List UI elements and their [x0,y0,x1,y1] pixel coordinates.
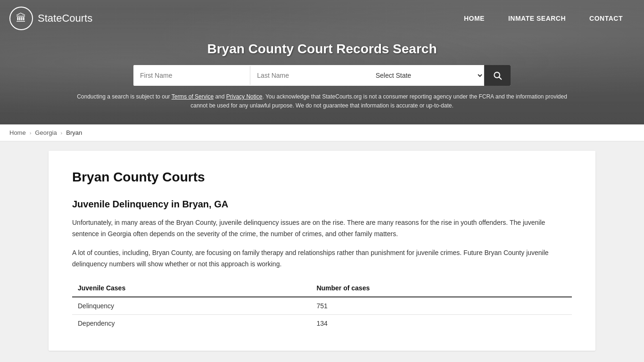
disclaimer-text: Conducting a search is subject to our Te… [63,92,581,117]
breadcrumb-home[interactable]: Home [9,129,26,136]
main-content-wrapper: Bryan County Courts Juvenile Delinquency… [0,151,644,350]
state-select[interactable]: Select State Alabama Alaska Arizona Arka… [367,66,484,85]
svg-line-1 [499,77,502,80]
logo-text: StateCourts [38,12,92,25]
table-body: Delinquency751Dependency134 [72,297,572,332]
breadcrumb-county: Bryan [66,129,82,136]
search-area: Bryan County Court Records Search Select… [0,37,644,124]
case-label: Delinquency [72,297,311,315]
search-icon [493,71,502,80]
nav-contact[interactable]: CONTACT [578,0,635,37]
juvenile-cases-table: Juvenile Cases Number of cases Delinquen… [72,280,572,332]
breadcrumb: Home › Georgia › Bryan [0,124,644,141]
paragraph-1: Unfortunately, in many areas of the Brya… [72,217,572,240]
table-row: Delinquency751 [72,297,572,315]
breadcrumb-state[interactable]: Georgia [35,129,57,136]
col-header-count: Number of cases [311,280,572,297]
table-head: Juvenile Cases Number of cases [72,280,572,297]
terms-link[interactable]: Terms of Service [172,93,214,100]
table-row: Dependency134 [72,314,572,332]
page-title: Bryan County Court Records Search [9,41,635,57]
breadcrumb-sep-2: › [61,130,63,136]
search-form: Select State Alabama Alaska Arizona Arka… [133,65,511,86]
paragraph-2: A lot of counties, including, Bryan Coun… [72,247,572,270]
nav-home[interactable]: HOME [452,0,496,37]
content-card: Bryan County Courts Juvenile Delinquency… [49,151,595,350]
nav-inmate-search[interactable]: INMATE SEARCH [496,0,578,37]
logo-bold: State [38,12,62,24]
section-title: Juvenile Delinquency in Bryan, GA [72,199,572,210]
site-header: 🏛 StateCourts HOME INMATE SEARCH CONTACT… [0,0,644,124]
case-count: 751 [311,297,572,315]
col-header-cases: Juvenile Cases [72,280,311,297]
case-label: Dependency [72,314,311,332]
nav-links: HOME INMATE SEARCH CONTACT [452,0,635,37]
first-name-input[interactable] [133,66,250,85]
county-title: Bryan County Courts [72,170,572,185]
courthouse-icon: 🏛 [16,12,26,25]
privacy-link[interactable]: Privacy Notice [226,93,263,100]
navigation: 🏛 StateCourts HOME INMATE SEARCH CONTACT [0,0,644,37]
logo-normal: Courts [62,12,92,24]
logo-icon: 🏛 [9,7,33,30]
site-logo[interactable]: 🏛 StateCourts [9,7,92,30]
search-button[interactable] [484,65,511,86]
breadcrumb-sep-1: › [30,130,32,136]
table-header-row: Juvenile Cases Number of cases [72,280,572,297]
case-count: 134 [311,314,572,332]
last-name-input[interactable] [250,66,367,85]
